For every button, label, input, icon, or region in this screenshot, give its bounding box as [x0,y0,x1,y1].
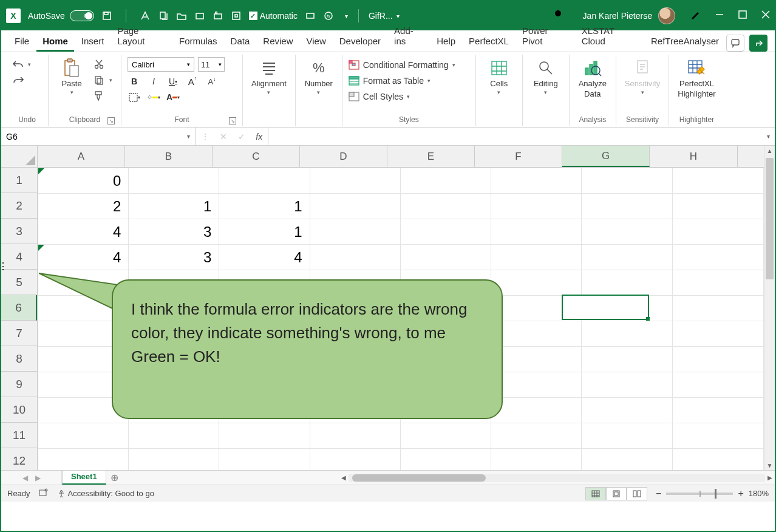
cell-F4[interactable] [491,245,582,270]
cell-G2[interactable] [582,194,672,219]
column-header[interactable]: A [38,146,125,167]
row-header[interactable]: 11 [1,423,37,448]
qat-icon-1[interactable] [140,10,151,21]
formula-input[interactable]: ▾ [268,128,775,145]
close-button[interactable] [761,10,770,21]
cell-H3[interactable] [672,219,763,245]
row-header[interactable]: 10 [1,397,37,423]
format-painter-icon[interactable] [92,90,106,102]
analyze-data-button[interactable]: AnalyzeData [576,56,610,98]
cell-F1[interactable] [491,168,582,194]
cells-button[interactable]: Cells▾ [482,56,516,95]
vertical-scrollbar[interactable]: ▲ ▼ [764,146,775,470]
select-all-corner[interactable] [1,146,38,168]
cell-C1[interactable] [219,168,310,194]
alignment-button[interactable]: Alignment▾ [249,56,289,95]
zoom-out-button[interactable]: − [656,488,661,499]
cut-icon[interactable] [92,58,106,70]
cell-C12[interactable] [219,449,310,471]
tab-file[interactable]: File [9,31,35,52]
sheet-nav-next[interactable]: ▶ [35,474,41,482]
italic-button[interactable]: I [147,75,160,87]
horizontal-scrollbar[interactable]: ⋮ ◀ ▶ [339,471,775,485]
cell-G4[interactable] [582,245,672,270]
font-size-select[interactable]: 11▾ [198,57,225,72]
row-header[interactable]: 9 [1,372,37,397]
column-header[interactable]: G [562,146,650,167]
cell-H2[interactable] [672,194,763,219]
font-launcher[interactable]: ↘ [229,117,236,124]
zoom-slider[interactable] [666,493,733,495]
folder-icon[interactable] [194,10,205,21]
cell-F11[interactable] [491,423,582,449]
tab-power-pivot[interactable]: Power Pivot [516,21,574,52]
open-icon[interactable] [176,10,187,21]
row-header[interactable]: 1 [1,168,37,193]
copy-icon[interactable] [92,74,106,86]
tab-review[interactable]: Review [257,31,299,52]
cell-E11[interactable] [400,423,491,449]
cell-A12[interactable] [38,449,129,471]
undo-button[interactable]: ▾ [12,60,31,69]
speech-callout[interactable]: I think the formula error indicators are… [112,279,503,419]
save-icon[interactable] [101,10,112,21]
row-header[interactable]: 8 [1,346,37,372]
cell-E2[interactable] [400,194,491,219]
cell-A2[interactable]: 2 [38,194,129,219]
qat-icon-6[interactable] [231,10,242,21]
cell-H11[interactable] [672,423,763,449]
cell-D3[interactable] [310,219,400,245]
new-sheet-button[interactable]: ⊕ [106,471,123,485]
cell-D11[interactable] [310,423,400,449]
column-header[interactable]: H [650,146,738,167]
conditional-formatting-button[interactable]: Conditional Formatting▾ [349,58,455,72]
cell-H6[interactable] [672,296,763,321]
qat-icon-2[interactable] [158,10,169,21]
cell-styles-button[interactable]: Cell Styles▾ [349,90,410,103]
cell-D4[interactable] [310,245,400,270]
macro-recorder-icon[interactable] [39,488,49,499]
name-box[interactable]: G6▾ [1,128,196,145]
cell-G9[interactable] [582,372,672,398]
cell-A4[interactable]: 4 [38,245,129,270]
minimize-button[interactable] [715,10,724,21]
tab-xlstat-cloud[interactable]: XLSTAT Cloud [576,21,644,52]
cell-G10[interactable] [582,398,672,423]
cell-H8[interactable] [672,347,763,372]
cell-F7[interactable] [491,321,582,347]
format-as-table-button[interactable]: Format as Table▾ [349,74,431,87]
underline-button[interactable]: U▾ [166,75,180,87]
cell-G11[interactable] [582,423,672,449]
tab-view[interactable]: View [300,31,332,52]
column-header[interactable]: E [387,146,475,167]
pen-icon[interactable] [690,9,701,22]
tab-reftreeanalyser[interactable]: RefTreeAnalyser [645,31,725,52]
zoom-in-button[interactable]: + [738,488,743,499]
view-page-layout-button[interactable] [606,487,627,500]
qat-icon-5[interactable] [213,10,223,21]
cell-G1[interactable] [582,168,672,194]
cell-A1[interactable]: 0 [38,168,129,194]
cell-D12[interactable] [310,449,400,471]
sheet-nav-prev[interactable]: ◀ [22,474,28,482]
row-header[interactable]: 5 [1,270,37,295]
autosave-toggle[interactable]: Off [70,10,94,21]
row-header[interactable]: 2 [1,193,37,219]
cell-F3[interactable] [491,219,582,245]
clipboard-launcher[interactable]: ↘ [107,117,115,124]
cell-F10[interactable] [491,398,582,423]
cell-H5[interactable] [672,270,763,296]
enter-formula-icon[interactable]: ✓ [238,132,245,142]
share-button[interactable] [749,35,767,52]
cell-C4[interactable]: 4 [219,245,310,270]
perfectxl-highlighter-button[interactable]: PerfectXLHighlighter [675,56,718,98]
row-header[interactable]: 6 [1,295,37,321]
zoom-level[interactable]: 180% [749,489,769,498]
column-header[interactable]: C [213,146,300,167]
cell-H12[interactable] [672,449,763,471]
avatar[interactable] [658,7,675,24]
autosave[interactable]: AutoSave Off [28,10,94,21]
fx-icon[interactable]: fx [323,10,334,21]
cell-G7[interactable] [582,321,672,347]
increase-font-icon[interactable]: A↑ [186,75,199,87]
